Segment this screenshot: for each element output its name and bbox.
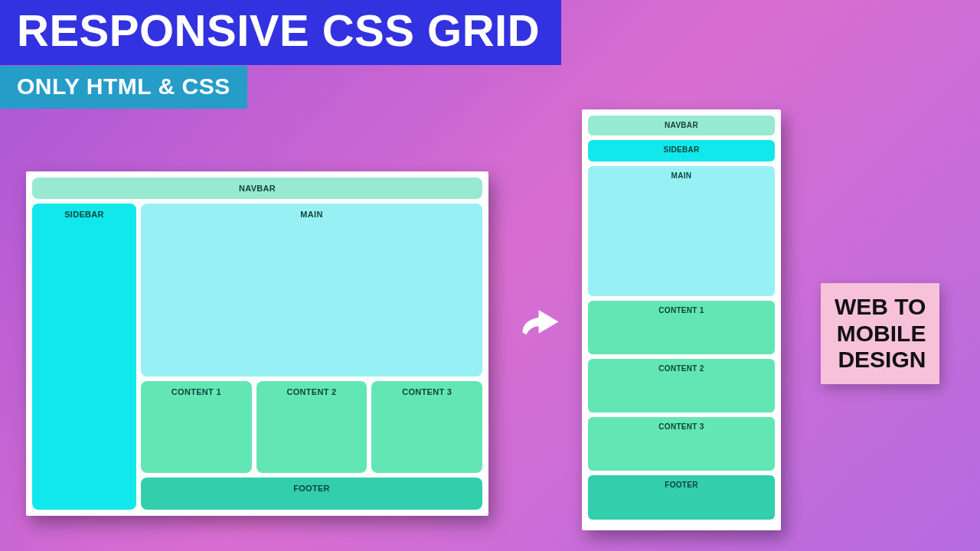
desktop-main-region: MAIN xyxy=(141,204,482,377)
desktop-layout-card: NAVBAR SIDEBAR MAIN CONTENT 1 CONTENT 2 … xyxy=(26,171,488,516)
mobile-content2-region: CONTENT 2 xyxy=(588,359,775,412)
subtitle-banner: ONLY HTML & CSS xyxy=(0,66,247,109)
mobile-main-region: MAIN xyxy=(588,166,775,296)
desktop-content3-region: CONTENT 3 xyxy=(371,381,482,473)
desktop-content2-region: CONTENT 2 xyxy=(256,381,368,473)
arrow-right-icon xyxy=(514,294,568,347)
mobile-layout-card: NAVBAR SIDEBAR MAIN CONTENT 1 CONTENT 2 … xyxy=(582,109,781,530)
title-banner: RESPONSIVE CSS GRID xyxy=(0,0,561,65)
desktop-footer-region: FOOTER xyxy=(141,478,482,510)
mobile-footer-region: FOOTER xyxy=(588,475,775,520)
badge-line-1: WEB TO xyxy=(835,294,926,321)
mobile-navbar-region: NAVBAR xyxy=(588,116,775,135)
mobile-sidebar-region: SIDEBAR xyxy=(588,140,775,161)
desktop-navbar-region: NAVBAR xyxy=(32,178,482,199)
mobile-content1-region: CONTENT 1 xyxy=(588,301,775,354)
web-to-mobile-badge: WEB TO MOBILE DESIGN xyxy=(821,283,939,384)
badge-line-3: DESIGN xyxy=(835,347,926,373)
desktop-content1-region: CONTENT 1 xyxy=(141,381,252,473)
mobile-content3-region: CONTENT 3 xyxy=(588,417,775,471)
desktop-sidebar-region: SIDEBAR xyxy=(32,204,136,510)
badge-line-2: MOBILE xyxy=(835,321,926,347)
